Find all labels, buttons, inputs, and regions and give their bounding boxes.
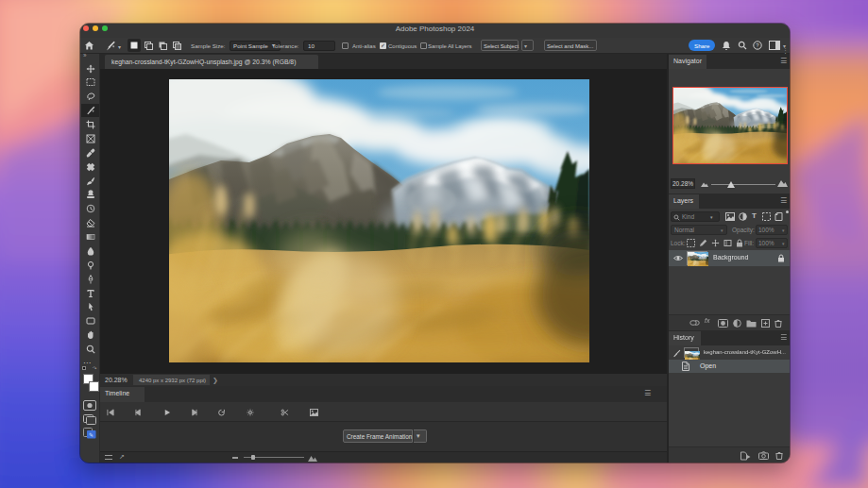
svg-text:?: ? [756, 42, 759, 48]
svg-text:✎: ✎ [89, 432, 94, 438]
